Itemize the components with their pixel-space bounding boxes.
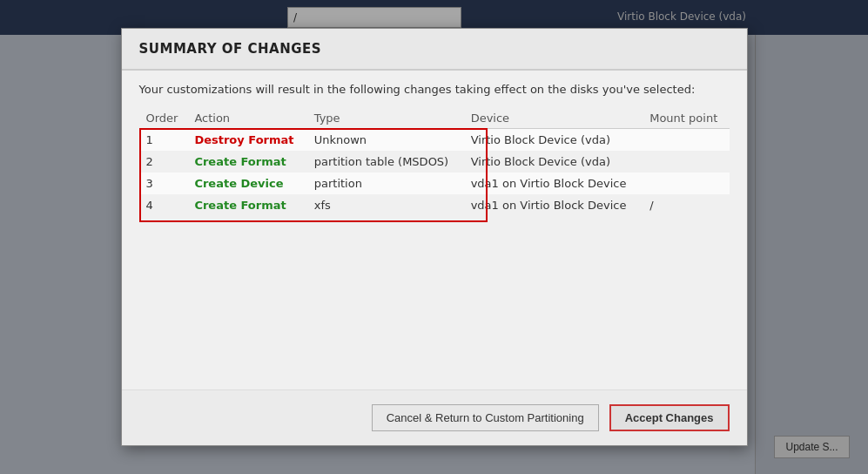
cell-action: Create Format xyxy=(187,194,306,216)
modal-description: Your customizations will result in the f… xyxy=(139,83,730,96)
cell-action: Create Format xyxy=(187,151,306,173)
cell-order: 1 xyxy=(139,129,188,152)
cell-type: partition xyxy=(307,173,464,194)
col-device: Device xyxy=(464,108,643,129)
modal-dialog: SUMMARY OF CHANGES Your customizations w… xyxy=(121,28,748,446)
cell-device: Virtio Block Device (vda) xyxy=(464,151,643,173)
cancel-button[interactable]: Cancel & Return to Custom Partitioning xyxy=(372,404,599,431)
changes-table: Order Action Type Device Mount point 1 D… xyxy=(139,108,730,216)
table-row: 2 Create Format partition table (MSDOS) … xyxy=(139,151,730,173)
cell-type: Unknown xyxy=(307,129,464,152)
cell-mount xyxy=(643,129,729,152)
table-row: 3 Create Device partition vda1 on Virtio… xyxy=(139,173,730,194)
table-row: 4 Create Format xfs vda1 on Virtio Block… xyxy=(139,194,730,216)
cell-action: Create Device xyxy=(187,173,306,194)
col-type: Type xyxy=(307,108,464,129)
cell-order: 4 xyxy=(139,194,188,216)
modal-title-bar: SUMMARY OF CHANGES xyxy=(122,29,747,71)
table-row: 1 Destroy Format Unknown Virtio Block De… xyxy=(139,129,730,152)
modal-title: SUMMARY OF CHANGES xyxy=(139,41,322,57)
cell-mount xyxy=(643,173,729,194)
cell-type: xfs xyxy=(307,194,464,216)
cell-device: vda1 on Virtio Block Device xyxy=(464,194,643,216)
cell-device: vda1 on Virtio Block Device xyxy=(464,173,643,194)
cell-order: 3 xyxy=(139,173,188,194)
cell-order: 2 xyxy=(139,151,188,173)
col-mount: Mount point xyxy=(643,108,729,129)
col-order: Order xyxy=(139,108,188,129)
cell-mount: / xyxy=(643,194,729,216)
cell-action: Destroy Format xyxy=(187,129,306,152)
modal-footer: Cancel & Return to Custom Partitioning A… xyxy=(122,389,747,445)
cell-device: Virtio Block Device (vda) xyxy=(464,129,643,152)
cell-mount xyxy=(643,151,729,173)
modal-overlay: SUMMARY OF CHANGES Your customizations w… xyxy=(0,0,868,474)
accept-button[interactable]: Accept Changes xyxy=(609,404,730,431)
cell-type: partition table (MSDOS) xyxy=(307,151,464,173)
modal-body: Your customizations will result in the f… xyxy=(122,71,747,389)
col-action: Action xyxy=(187,108,306,129)
table-wrapper: Order Action Type Device Mount point 1 D… xyxy=(139,108,730,216)
